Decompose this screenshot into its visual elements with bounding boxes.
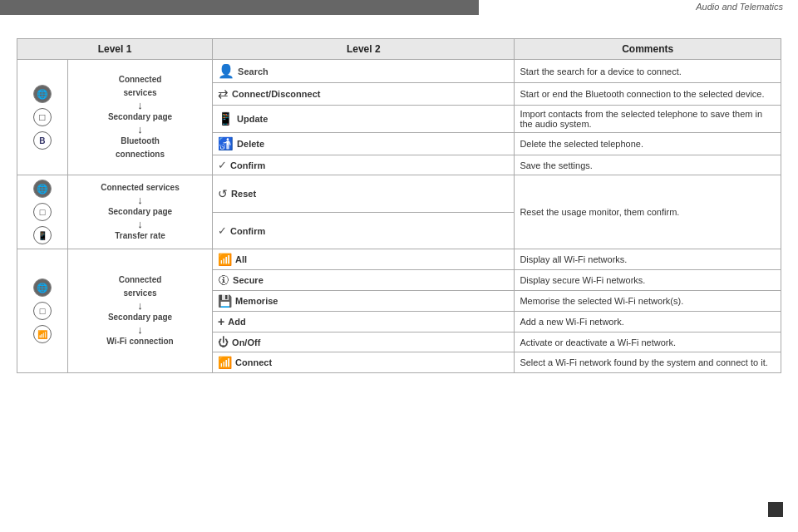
comment-onoff: Activate or deactivate a Wi-Fi network.: [515, 332, 781, 352]
flow-text-2c: Transfer rate: [115, 229, 165, 243]
flow-text-2b: Secondary page: [108, 205, 172, 219]
header-comments: Comments: [515, 39, 781, 60]
comment-connect: Start or end the Bluetooth connection to…: [515, 83, 781, 106]
l2-memorise-label: Memorise: [235, 296, 278, 306]
flow-text-2a: Connected services: [101, 181, 180, 195]
header-level1: Level 1: [17, 39, 213, 60]
connect-disconnect-icon: ⇄: [218, 86, 229, 101]
arrow-3a: ↓: [137, 300, 143, 311]
flow-text-1e: connections: [116, 148, 165, 161]
l2-connect-wifi-label: Connect: [235, 357, 272, 367]
add-icon: +: [218, 315, 224, 328]
reset-icon: ↺: [218, 187, 228, 200]
table-row: 🌐 □ 📱 Connected services ↓ Secondary pag…: [17, 175, 781, 213]
flow-text-1c: Secondary page: [108, 111, 172, 124]
comment-secure: Display secure Wi-Fi networks.: [515, 270, 781, 291]
l2-onoff-label: On/Off: [232, 337, 260, 347]
flow-text-3a: Connected: [119, 273, 162, 287]
confirm-check-icon-2: ✓: [218, 224, 227, 237]
update-icon: 📱: [218, 111, 234, 126]
door-icon-3: □: [33, 302, 52, 320]
l2-all-label: All: [235, 254, 247, 264]
flow-text-1b: services: [123, 86, 156, 100]
l2-update-label: Update: [237, 114, 268, 124]
l2-connect-label: Connect/Disconnect: [232, 89, 320, 99]
comment-search: Start the search for a device to connect…: [515, 60, 781, 83]
door-icon-2: □: [33, 203, 52, 221]
comment-connect-wifi: Select a Wi-Fi network found by the syst…: [515, 352, 781, 373]
comment-update: Import contacts from the selected teleph…: [515, 106, 781, 133]
arrow-3b: ↓: [137, 324, 143, 335]
wifi-connect-icon: 📶: [218, 356, 232, 369]
top-bar: [0, 0, 479, 15]
wifi-secure-icon: 🛈: [218, 273, 229, 287]
arrow-down-icon: ↓: [137, 100, 143, 111]
wifi-all-icon: 📶: [218, 253, 232, 266]
arrow-2b: ↓: [137, 219, 143, 229]
flow-text-3c: Secondary page: [108, 311, 172, 324]
comment-memorise: Memorise the selected Wi-Fi network(s).: [515, 291, 781, 312]
memorise-icon: 💾: [218, 294, 232, 308]
header-level2: Level 2: [213, 39, 515, 60]
l2-add-label: Add: [228, 317, 245, 327]
bluetooth-icon: B: [33, 131, 52, 150]
page-marker: [768, 502, 783, 517]
search-person-icon: 👤: [218, 63, 234, 79]
wifi-icon: 📶: [33, 325, 52, 343]
flow-text-3d: Wi-Fi connection: [106, 335, 173, 348]
table-row: 🌐 □ B Connected services ↓ Secondary pag…: [17, 60, 781, 83]
comment-confirm-1: Save the settings.: [515, 155, 781, 175]
l2-confirm-2-label: Confirm: [230, 226, 265, 236]
flow-text-1d: Bluetooth: [121, 135, 160, 148]
flow-text-1a: Connected: [119, 73, 162, 86]
l2-confirm-1-label: Confirm: [230, 160, 265, 170]
tablet-icon: 📱: [33, 226, 52, 244]
table-row: 🌐 □ 📶 Connected services ↓ Secondary pag…: [17, 249, 781, 270]
globe-icon-3: 🌐: [33, 278, 52, 297]
comment-delete: Delete the selected telephone.: [515, 133, 781, 155]
comment-reset: Reset the usage monitor, them confirm.: [515, 175, 781, 249]
globe-icon: 🌐: [33, 85, 52, 103]
l2-delete-label: Delete: [237, 139, 264, 149]
globe-icon-2: 🌐: [33, 180, 52, 198]
comment-all: Display all Wi-Fi networks.: [515, 249, 781, 270]
door-icon: □: [33, 108, 52, 126]
onoff-icon: ⏻: [218, 336, 229, 348]
delete-icon: 🚮: [218, 136, 234, 151]
arrow-2a: ↓: [137, 195, 143, 205]
confirm-check-icon-1: ✓: [218, 159, 227, 171]
comment-add: Add a new Wi-Fi network.: [515, 312, 781, 332]
l2-search-label: Search: [238, 66, 268, 76]
arrow-down-icon-2: ↓: [137, 124, 143, 135]
flow-text-3b: services: [123, 287, 156, 300]
l2-reset-label: Reset: [231, 189, 256, 199]
page-title: Audio and Telematics: [696, 2, 783, 12]
l2-secure-label: Secure: [233, 275, 264, 285]
